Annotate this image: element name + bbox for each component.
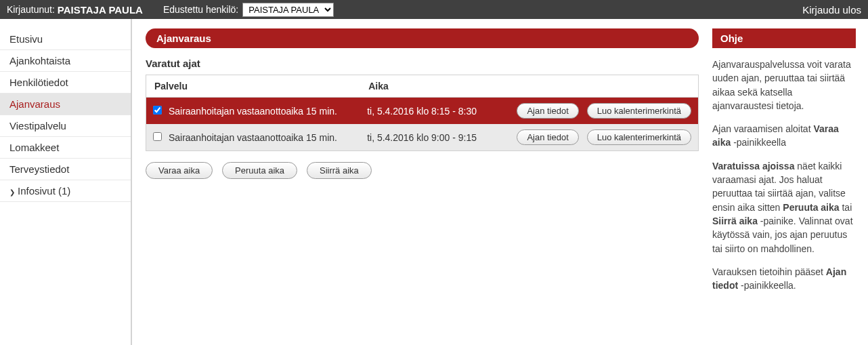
sidebar-item-viestipalvelu[interactable]: Viestipalvelu	[0, 115, 131, 137]
represented-label: Edustettu henkilö:	[163, 4, 238, 15]
represented-select[interactable]: PAISTAJA PAULA	[242, 3, 334, 17]
help-p4: Varauksen tietoihin pääset Ajan tiedot -…	[712, 265, 856, 293]
action-row: Varaa aika Peruuta aika Siirrä aika	[146, 162, 699, 179]
page-title: Ajanvaraus	[146, 28, 699, 48]
row-time: ti, 5.4.2016 klo 9:00 - 9:15	[360, 124, 510, 151]
col-time: Aika	[360, 75, 510, 98]
create-calendar-button[interactable]: Luo kalenterimerkintä	[587, 103, 691, 119]
sidebar-item-lomakkeet[interactable]: Lomakkeet	[0, 137, 131, 159]
appointments-table: Palvelu Aika Sairaanhoitajan vastaanotto…	[146, 75, 699, 151]
row-time: ti, 5.4.2016 klo 8:15 - 8:30	[360, 98, 510, 125]
table-row[interactable]: Sairaanhoitajan vastaanottoaika 15 min. …	[146, 124, 699, 151]
row-checkbox[interactable]	[153, 132, 162, 141]
sidebar-item-infosivut[interactable]: Infosivut (1)	[0, 180, 131, 202]
sidebar-item-ajanvaraus[interactable]: Ajanvaraus	[0, 94, 131, 115]
logged-in-label: Kirjautunut:	[7, 4, 55, 15]
help-p3: Varatuissa ajoissa näet kaikki varaamasi…	[712, 159, 856, 256]
row-service: Sairaanhoitajan vastaanottoaika 15 min.	[169, 106, 337, 117]
details-button[interactable]: Ajan tiedot	[517, 129, 578, 145]
sidebar-item-henkilotiedot[interactable]: Henkilötiedot	[0, 72, 131, 94]
help-p2: Ajan varaamisen aloitat Varaa aika -pain…	[712, 122, 856, 150]
table-row[interactable]: Sairaanhoitajan vastaanottoaika 15 min. …	[146, 98, 699, 125]
help-p1: Ajanvarauspalvelussa voit varata uuden a…	[712, 58, 856, 113]
subheading: Varatut ajat	[146, 58, 699, 69]
logged-in-name: PAISTAJA PAULA	[58, 4, 143, 16]
content: Ajanvaraus Varatut ajat Palvelu Aika Sai…	[146, 28, 699, 336]
top-bar: Kirjautunut: PAISTAJA PAULA Edustettu he…	[0, 0, 868, 19]
row-service: Sairaanhoitajan vastaanottoaika 15 min.	[169, 132, 337, 143]
move-button[interactable]: Siirrä aika	[307, 162, 372, 179]
sidebar-item-terveystiedot[interactable]: Terveystiedot	[0, 159, 131, 180]
help-title: Ohje	[712, 28, 856, 48]
row-checkbox[interactable]	[153, 106, 162, 115]
create-calendar-button[interactable]: Luo kalenterimerkintä	[587, 129, 691, 145]
logout-link[interactable]: Kirjaudu ulos	[802, 4, 861, 16]
cancel-button[interactable]: Peruuta aika	[222, 162, 297, 179]
col-service: Palvelu	[146, 75, 361, 98]
sidebar-item-etusivu[interactable]: Etusivu	[0, 28, 131, 50]
sidebar: Etusivu Ajankohtaista Henkilötiedot Ajan…	[0, 19, 132, 345]
details-button[interactable]: Ajan tiedot	[517, 103, 578, 119]
sidebar-item-ajankohtaista[interactable]: Ajankohtaista	[0, 50, 131, 72]
help-panel: Ohje Ajanvarauspalvelussa voit varata uu…	[712, 28, 856, 336]
book-button[interactable]: Varaa aika	[146, 162, 213, 179]
